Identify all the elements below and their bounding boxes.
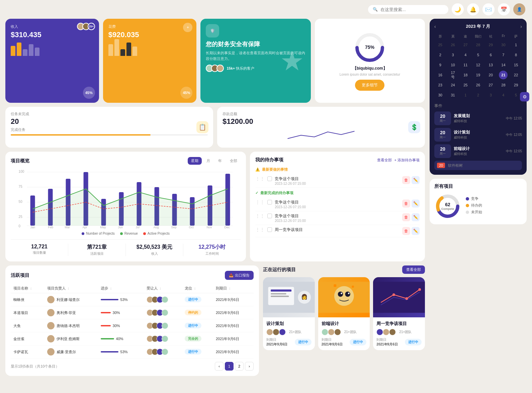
cal-day-5-next[interactable]: 5 (512, 91, 520, 99)
legend-active: Active Projects (143, 232, 170, 235)
donut-detail-btn[interactable]: 更多细节 (355, 80, 384, 91)
cal-day-30-prev[interactable]: 30 (499, 41, 508, 49)
cal-day-9[interactable]: 9 (436, 61, 445, 69)
moon-icon[interactable]: 🌙 (452, 3, 464, 15)
drag-handle-3[interactable]: ⋮⋮ (255, 213, 265, 219)
cal-day-26-prev[interactable]: 26 (449, 41, 457, 49)
cal-day-30[interactable]: 30 (436, 91, 445, 99)
page-2-btn[interactable]: 2 (235, 362, 244, 371)
todo-check-1[interactable] (267, 176, 272, 181)
export-btn[interactable]: 📤 出口报告 (225, 271, 254, 280)
cal-day-3[interactable]: 3 (449, 51, 457, 59)
cal-next-btn[interactable]: › (520, 24, 522, 29)
cal-day-2[interactable]: 2 (436, 51, 445, 59)
project-avatars-1: 21+团队 (266, 329, 312, 335)
todo-actions-1: 🗑 ✏️ (402, 176, 420, 184)
project-status-1: 进行中 (295, 339, 312, 345)
page-1-btn[interactable]: 1 (225, 362, 234, 371)
cal-day-25[interactable]: 25 (461, 81, 470, 89)
cal-day-13[interactable]: 13 (486, 61, 495, 69)
todo-edit-2[interactable]: ✏️ (412, 200, 420, 208)
cal-day-12[interactable]: 12 (474, 61, 482, 69)
cal-day-10[interactable]: 10 (449, 61, 457, 69)
cal-day-5[interactable]: 5 (474, 51, 482, 59)
todo-edit-4[interactable]: ✏️ (412, 227, 420, 235)
cal-day-11[interactable]: 11 (461, 61, 470, 69)
cal-day-29-prev[interactable]: 29 (486, 41, 495, 49)
cal-day-14[interactable]: 14 (499, 61, 508, 69)
cal-day-31[interactable]: 31 (449, 91, 457, 99)
todo-delete-2[interactable]: 🗑 (402, 200, 410, 208)
todo-edit-1[interactable]: ✏️ (412, 176, 420, 184)
tab-all[interactable]: 全部 (227, 157, 241, 165)
cal-days: 25 26 27 28 29 30 1 2 3 4 5 6 7 8 9 10 1… (434, 40, 522, 100)
cal-day-6[interactable]: 6 (486, 51, 495, 59)
todo-add-btn[interactable]: + 添加待办事项 (394, 158, 420, 163)
cal-title: 2023 年 7 月 (466, 23, 491, 29)
tab-month[interactable]: 月 (203, 157, 213, 165)
todo-delete-4[interactable]: 🗑 (402, 227, 410, 235)
svg-point-56 (419, 288, 421, 291)
next-page-btn[interactable]: › (245, 362, 254, 371)
todo-edit-3[interactable]: ✏️ (412, 213, 420, 221)
cal-day-17[interactable]: 17号 (449, 71, 457, 79)
cal-day-20[interactable]: 20 (486, 71, 495, 79)
cal-day-16[interactable]: 16 (436, 71, 445, 79)
cal-day-25-prev[interactable]: 25 (436, 41, 445, 49)
cal-day-28-prev[interactable]: 28 (474, 41, 482, 49)
notification-icon[interactable]: 🔔 (467, 3, 479, 15)
prev-page-btn[interactable]: ‹ (215, 362, 224, 371)
cal-day-21-today[interactable]: 21 (499, 71, 508, 79)
cal-day-2-next[interactable]: 2 (474, 91, 482, 99)
pagination: 显示1到5条目（共10个条目） ‹ 1 2 › (11, 362, 254, 371)
cal-day-27[interactable]: 27 (486, 81, 495, 89)
cal-day-3-next[interactable]: 3 (486, 91, 495, 99)
cal-day-7[interactable]: 7 (499, 51, 508, 59)
todo-check-3[interactable] (267, 214, 272, 218)
cal-day-1-next[interactable]: 1 (461, 91, 470, 99)
todo-item-1: ⋮⋮ 竞争这个项目 2023-12-26 07:15:00 🗑 ✏️ (255, 174, 420, 188)
cal-day-8[interactable]: 8 (512, 51, 520, 59)
legend-compete: 竞争 (466, 196, 522, 201)
mail-icon[interactable]: ✉️ (482, 3, 495, 15)
cal-prev-btn[interactable]: ‹ (434, 24, 436, 29)
stat-revenue: $2,50,523 美元 收入 (126, 244, 183, 256)
calendar-icon[interactable]: 📅 (498, 3, 510, 15)
cal-day-1[interactable]: 1 (512, 41, 520, 49)
todo-delete-1[interactable]: 🗑 (402, 176, 410, 184)
cal-day-26[interactable]: 26 (474, 81, 482, 89)
cal-day-19[interactable]: 19 (474, 71, 482, 79)
cal-day-22[interactable]: 22 (512, 71, 520, 79)
drag-handle-1[interactable]: ⋮⋮ (255, 176, 265, 181)
cal-day-18[interactable]: 18 (461, 71, 470, 79)
cal-day-27-prev[interactable]: 27 (461, 41, 470, 49)
todo-check-4[interactable] (267, 227, 272, 232)
cal-settings-btn[interactable]: ⚙ (520, 92, 529, 101)
cal-day-15[interactable]: 15 (512, 61, 520, 69)
expense-percent: 45% (180, 87, 192, 99)
todo-view-all-link[interactable]: 查看全部 (377, 158, 392, 163)
donut-circle: 62 Compete (434, 193, 461, 220)
search-input[interactable] (380, 7, 444, 12)
cal-day-23[interactable]: 23 (436, 81, 445, 89)
rc2-av-3 (334, 329, 341, 335)
cal-day-29[interactable]: 29 (512, 81, 520, 89)
tab-year[interactable]: 年 (215, 157, 225, 165)
cal-day-24[interactable]: 24 (449, 81, 457, 89)
todo-delete-3[interactable]: 🗑 (402, 213, 410, 221)
chart-title: 项目概览 (11, 158, 29, 164)
savings-icon: 💲 (408, 121, 420, 133)
project-footer-2: 到期日 2021年9月6日 进行中 (322, 337, 367, 347)
cal-day-4-next[interactable]: 4 (499, 91, 508, 99)
cal-day-4[interactable]: 4 (461, 51, 470, 59)
cal-header: ‹ 2023 年 7 月 › (434, 23, 522, 29)
avatar[interactable]: 👤 (513, 3, 525, 15)
todo-check-2[interactable] (267, 200, 272, 205)
search-box[interactable]: 🔍 (368, 5, 448, 14)
view-all-btn[interactable]: 查看全部 (402, 265, 425, 274)
drag-handle-4[interactable]: ⋮⋮ (255, 227, 265, 232)
drag-handle-2[interactable]: ⋮⋮ (255, 200, 265, 205)
svg-rect-51 (334, 284, 336, 287)
tab-week[interactable]: 星期 (188, 157, 202, 165)
cal-day-28[interactable]: 28 (499, 81, 508, 89)
